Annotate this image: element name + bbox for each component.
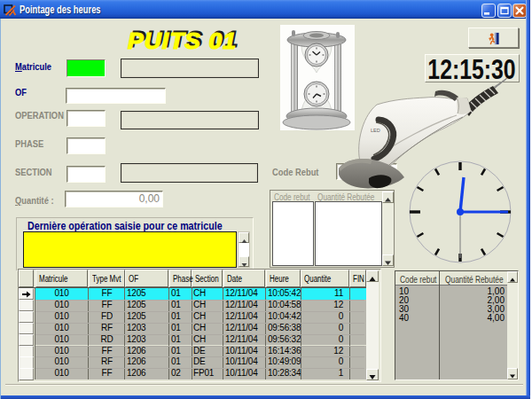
svg-text:LED: LED (371, 128, 380, 133)
